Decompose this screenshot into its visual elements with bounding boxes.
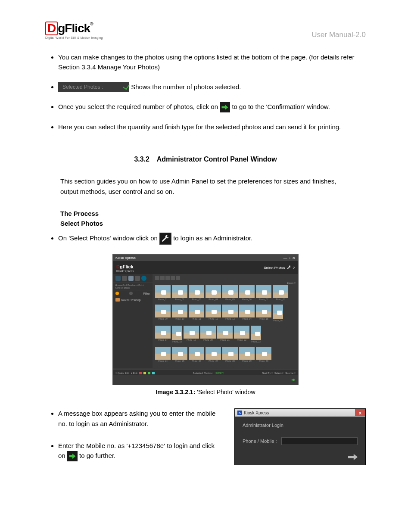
photo-thumbnail[interactable]: Photo_30 [256, 347, 271, 362]
toolbar-button[interactable] [171, 276, 175, 280]
source-button[interactable]: Source ▾ [285, 371, 296, 374]
close-button[interactable]: ✕ [292, 256, 296, 260]
dialog-heading: Administrator Login [243, 423, 358, 428]
bullet-text: Shows the number of photos selected. [129, 83, 241, 90]
photo-thumbnail[interactable]: Photo_15 [256, 305, 271, 322]
app-subtitle: Kiosk Xpress [116, 270, 134, 273]
next-arrow-button[interactable] [291, 376, 296, 383]
photo-thumbnail[interactable]: Photo_14 [239, 305, 255, 322]
select-photo-window-screenshot: Kiosk Xpress — ▫ ✕ DgFlick Kiosk Xpress … [112, 254, 299, 385]
tree-node-desktop[interactable]: Rakhi Desktop [113, 296, 153, 303]
photo-thumbnail[interactable]: Photo_21 [217, 326, 233, 343]
photo-thumbnail[interactable]: Photo_12 [206, 305, 221, 322]
edit-label[interactable]: Edit [133, 372, 137, 374]
thumbnail-caption: Photo_04 [206, 298, 221, 301]
subheading-line1: The Process [60, 208, 366, 218]
photo-thumbnail[interactable]: Photo_22 [234, 326, 249, 343]
help-button[interactable]: ? [293, 266, 295, 270]
subheading-line2: Select Photos [60, 218, 366, 228]
photo-thumbnail[interactable]: Photo_01 [155, 285, 171, 301]
bullet-item: On 'Select Photos' window click on to lo… [58, 233, 366, 245]
photo-thumbnail[interactable]: Photo_07 [256, 285, 271, 301]
color-chip[interactable] [152, 372, 155, 374]
photo-thumbnail[interactable]: Photo_24 [155, 347, 171, 362]
bullet-item: Here you can select the quantity and fin… [58, 122, 366, 132]
photo-thumbnail[interactable]: Photo_26 [189, 347, 204, 362]
filter-dot-2[interactable] [129, 292, 133, 295]
photo-thumbnail[interactable]: Photo_27 [206, 347, 221, 362]
photo-thumbnail[interactable]: Photo_13 [222, 305, 238, 322]
photo-thumbnail[interactable]: Photo_17 [155, 326, 171, 343]
thumbnail-caption: Photo_05 [222, 298, 238, 301]
next-arrow-button[interactable] [220, 102, 230, 112]
cloud-icon[interactable] [135, 276, 140, 281]
wrench-icon[interactable] [287, 265, 291, 270]
phone-input[interactable] [281, 437, 358, 445]
toolbar-button[interactable] [155, 276, 159, 280]
photo-thumbnail[interactable]: Photo_18 [172, 326, 182, 343]
toolbar-button[interactable] [165, 276, 170, 280]
photo-thumbnail[interactable]: Photo_25 [172, 347, 187, 362]
sd-card-icon[interactable] [115, 276, 121, 281]
photo-thumbnail[interactable]: Photo_03 [189, 285, 204, 301]
thumbnail-caption: Photo_22 [234, 339, 249, 341]
select-button[interactable]: Select ▾ [274, 371, 283, 374]
zoom-control[interactable]: Zoom ▾ [155, 281, 296, 284]
photo-thumbnail[interactable]: Photo_20 [200, 326, 216, 343]
bullet-item: Selected Photos : Shows the number of ph… [58, 82, 366, 93]
color-chip[interactable] [143, 372, 146, 374]
wrench-icon [162, 235, 169, 243]
usb-icon[interactable] [122, 276, 127, 281]
photo-thumbnail[interactable]: Photo_06 [239, 285, 255, 301]
section-intro: This section guides you on how to use Ad… [60, 176, 353, 196]
thumbnail-caption: Photo_19 [184, 339, 199, 341]
dialog-title: Kiosk Xpress [244, 411, 269, 415]
next-arrow-button[interactable] [67, 451, 78, 461]
thumbnail-caption: Photo_21 [217, 339, 233, 341]
close-button[interactable]: x [355, 409, 365, 416]
photo-thumbnail[interactable]: Photo_29 [239, 347, 255, 362]
dialog-arrow-row [243, 454, 358, 461]
photo-thumbnail[interactable]: Photo_16 [273, 305, 283, 322]
photo-thumbnail[interactable]: Photo_28 [222, 347, 238, 362]
filter-dot-1[interactable] [115, 292, 119, 295]
page-header: DgFlick® Digital World For Still & Motio… [45, 22, 366, 39]
cd-icon[interactable] [128, 276, 134, 281]
toolbar-button[interactable] [160, 276, 165, 280]
checkmark-icon [123, 82, 130, 90]
thumbnail-caption: Photo_26 [189, 360, 204, 362]
bullet-text: to go to the 'Confirmation' window. [232, 103, 330, 110]
photo-thumbnail[interactable]: Photo_05 [222, 285, 238, 301]
color-chip[interactable] [139, 372, 142, 374]
bottom-bar: ▾ Quick Edit ▾ Edit Selected Photos : [ … [113, 370, 298, 375]
select-photos-label: Select Photos [264, 266, 285, 270]
bullet-item: You can make changes to the photos using… [58, 52, 366, 72]
filter-label[interactable]: Filter [143, 292, 150, 295]
photo-thumbnail[interactable]: Photo_08 [273, 285, 288, 301]
photo-thumbnail[interactable]: Photo_09 [155, 305, 171, 322]
photo-thumbnail[interactable]: Photo_04 [206, 285, 221, 301]
sidebar: Home\Full Products\Print Xpress photo Fi… [113, 274, 153, 368]
logo-d: D [45, 22, 58, 35]
admin-wrench-button[interactable] [159, 233, 171, 245]
thumbnail-caption: Photo_10 [172, 317, 187, 320]
photo-thumbnail[interactable]: Photo_02 [172, 285, 187, 301]
photo-thumbnail[interactable]: Photo_19 [184, 326, 199, 343]
minimize-button[interactable]: — [283, 256, 287, 260]
facebook-icon[interactable] [141, 276, 146, 281]
photo-thumbnail[interactable]: Photo_23 [251, 326, 261, 343]
color-chip[interactable] [148, 372, 150, 374]
thumbnail-caption: Photo_25 [172, 360, 187, 362]
photo-thumbnail[interactable]: Photo_10 [172, 305, 187, 322]
sortby-button[interactable]: Sort By ▾ [262, 371, 273, 374]
maximize-button[interactable]: ▫ [289, 256, 290, 260]
toolbar-button[interactable] [176, 276, 180, 280]
bullet-item: Once you select the required number of p… [58, 102, 366, 112]
proceed-arrow-button[interactable] [348, 456, 358, 461]
logo-g: g [58, 22, 65, 35]
bullet-list-bottom: A message box appears asking you to ente… [45, 408, 221, 461]
quick-edit-label[interactable]: Quick Edit [118, 372, 129, 374]
app-logo: DgFlick [116, 264, 134, 269]
bottom-arrow-row [113, 375, 298, 385]
photo-thumbnail[interactable]: Photo_11 [189, 305, 204, 322]
